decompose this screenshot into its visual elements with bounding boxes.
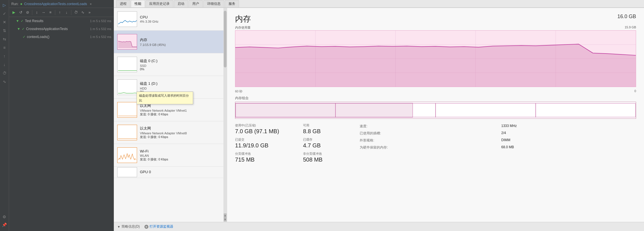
table-row[interactable]: ✓ contextLoads() 1 m 5 s 532 ms bbox=[9, 33, 114, 41]
pin-icon[interactable]: 📌 bbox=[1, 221, 8, 229]
list-item[interactable]: 磁盘 1 (D:) HDD 0% 磁盘处理读取或写入请求的时间百分比 bbox=[114, 76, 227, 99]
hw-value: 68.0 MB bbox=[501, 145, 514, 149]
table-row[interactable]: ▼ ✓ CrossdressApplicationTests 1 m 5 s 5… bbox=[9, 25, 114, 33]
summary-link[interactable]: ▼ 简略信息(D) bbox=[117, 224, 140, 229]
toolbar-sep-3 bbox=[71, 10, 71, 15]
resource-detail: 内存 16.0 GB 内存使用量 15.9 GB bbox=[227, 8, 644, 222]
gpu-info: GPU 0 bbox=[140, 170, 223, 175]
result-time: 1 m 5 s 532 ms bbox=[90, 27, 111, 31]
wifi-thumbnail bbox=[117, 147, 137, 163]
ide-panel: ▷ ✓ ✕ ⇅ ⇆ ≡ ↑ ↓ ⏱ ∿ ⚙ 📌 Run: ● Crossdres… bbox=[0, 0, 114, 231]
coverage-button[interactable]: ∿ bbox=[80, 9, 86, 16]
tab-services[interactable]: 服务 bbox=[225, 0, 239, 7]
detail-total: 16.0 GB bbox=[617, 14, 636, 20]
table-row[interactable]: ▼ ✓ Test Results 1 m 5 s 532 ms bbox=[9, 17, 114, 25]
run-close-button[interactable]: × bbox=[90, 2, 91, 6]
scrollbar-thumb[interactable] bbox=[224, 11, 227, 67]
settings-icon[interactable]: ⚙ bbox=[1, 213, 8, 221]
more-button[interactable]: » bbox=[86, 9, 93, 16]
tab-processes[interactable]: 进程 bbox=[116, 0, 130, 7]
folder-icon: ▼ bbox=[16, 19, 19, 23]
stat-right-speed-label: 速度: bbox=[360, 124, 494, 129]
group-button[interactable]: ≡ bbox=[47, 9, 54, 16]
sort-desc-button[interactable]: ↔ bbox=[40, 9, 47, 16]
timer-button[interactable]: ⏱ bbox=[73, 9, 79, 16]
down-nav-button[interactable]: ↓ bbox=[63, 9, 70, 16]
stat-value-nonpaged: 508 MB bbox=[303, 156, 354, 163]
scroll-down-arrow[interactable]: ▼ bbox=[224, 217, 227, 221]
rerun-button[interactable]: ↺ bbox=[18, 9, 24, 16]
close-icon[interactable]: ✕ bbox=[1, 18, 8, 26]
speed-value: 1333 MHz bbox=[501, 124, 517, 128]
gpu-name: GPU 0 bbox=[140, 170, 223, 174]
stat-label-paged: 分页缓冲池 bbox=[235, 152, 297, 156]
time-start: 60 秒 bbox=[235, 89, 242, 94]
list-item[interactable]: 以太网 VMware Network Adapter VMnet8 发送: 0 … bbox=[114, 121, 227, 144]
ram-info: 内存 7.1/15.9 GB (45%) bbox=[140, 37, 223, 46]
taskman-bottom-bar: ▼ 简略信息(D) ⊕ 打开资源监视器 bbox=[114, 222, 644, 231]
composition-label: 内存组合 bbox=[235, 96, 636, 101]
toolbar-sep-1 bbox=[32, 10, 32, 15]
check-icon[interactable]: ✓ bbox=[1, 10, 8, 18]
tab-details[interactable]: 详细信息 bbox=[203, 0, 224, 7]
eth2-sub: VMware Network Adapter VMnet8 bbox=[140, 132, 223, 135]
run-icon[interactable]: ▷ bbox=[1, 1, 8, 9]
wifi-info: Wi-Fi WLAN 发送: 0 接收: 0 Kbps bbox=[140, 149, 223, 162]
disk0-thumbnail bbox=[117, 57, 137, 72]
resource-list: CPU 4% 3.39 GHz 内存 7.1/15.9 GB (45%) bbox=[114, 8, 227, 222]
list-item[interactable]: 磁盘 0 (C:) SSD 0% bbox=[114, 53, 227, 76]
slots-label: 已使用的插槽: bbox=[360, 131, 381, 135]
disk0-val: 0% bbox=[140, 67, 223, 71]
task-manager-panel: 进程 性能 应用历史记录 启动 用户 详细信息 服务 CPU 4% 3.39 G… bbox=[114, 0, 644, 231]
run-test-name[interactable]: CrossdressApplicationTests.contextLoads bbox=[24, 2, 87, 6]
form-label: 外形规格: bbox=[360, 138, 374, 142]
down-icon[interactable]: ↓ bbox=[1, 61, 8, 69]
disk0-sub: SSD bbox=[140, 64, 223, 67]
time-end: 0 bbox=[634, 89, 636, 94]
list-icon[interactable]: ≡ bbox=[1, 44, 8, 52]
list-item[interactable]: 内存 7.1/15.9 GB (45%) bbox=[114, 31, 227, 53]
check-icon: ✓ bbox=[23, 35, 25, 39]
svg-marker-8 bbox=[235, 44, 636, 87]
side-icon-bar: ▷ ✓ ✕ ⇅ ⇆ ≡ ↑ ↓ ⏱ ∿ ⚙ 📌 bbox=[0, 0, 9, 231]
wave-icon[interactable]: ∿ bbox=[1, 78, 8, 86]
play-button[interactable]: ▶ bbox=[11, 9, 17, 16]
detail-title: 内存 bbox=[235, 14, 251, 24]
stat-right-form-val: DIMM bbox=[501, 138, 636, 143]
result-name: Test Results bbox=[25, 19, 90, 23]
stat-right-hw-val: 68.0 MB bbox=[501, 145, 636, 150]
swap-icon[interactable]: ⇆ bbox=[1, 35, 8, 43]
cpu-info: CPU 4% 3.39 GHz bbox=[140, 15, 223, 23]
tab-users[interactable]: 用户 bbox=[189, 0, 203, 7]
up-icon[interactable]: ↑ bbox=[1, 52, 8, 60]
eth1-thumbnail bbox=[117, 102, 137, 118]
detail-header: 内存 16.0 GB bbox=[235, 14, 636, 24]
timer-icon[interactable]: ⏱ bbox=[1, 69, 8, 77]
eth2-val: 发送: 0 接收: 0 Kbps bbox=[140, 135, 223, 139]
cpu-thumbnail bbox=[117, 11, 137, 27]
list-item[interactable]: GPU 0 bbox=[114, 167, 227, 178]
eth2-thumbnail bbox=[117, 125, 137, 140]
stat-value-used: 7.0 GB (97.1 MB) bbox=[235, 128, 297, 135]
list-item[interactable]: Wi-Fi WLAN 发送: 0 接收: 0 Kbps bbox=[114, 144, 227, 167]
tooltip-box: 磁盘处理读取或写入请求的时间百分比 bbox=[137, 92, 193, 104]
tab-history[interactable]: 应用历史记录 bbox=[146, 0, 173, 7]
wifi-sub: WLAN bbox=[140, 154, 223, 157]
disk0-name: 磁盘 0 (C:) bbox=[140, 58, 223, 63]
scroll-up-arrow[interactable]: ▲ bbox=[224, 213, 227, 217]
result-time: 1 m 5 s 532 ms bbox=[90, 35, 111, 39]
monitor-link[interactable]: ⊕ 打开资源监视器 bbox=[144, 224, 173, 229]
stat-label-avail: 可用 bbox=[303, 123, 354, 128]
sort-icon[interactable]: ⇅ bbox=[1, 27, 8, 35]
up-nav-button[interactable]: ↑ bbox=[57, 9, 63, 16]
sort-asc-button[interactable]: ↕ bbox=[34, 9, 40, 16]
stop-button[interactable]: ⊘ bbox=[24, 9, 31, 16]
stat-label-committed: 已提交 bbox=[235, 137, 297, 142]
stat-label-used: 使用中(已压缩) bbox=[235, 123, 297, 128]
tab-performance[interactable]: 性能 bbox=[131, 0, 145, 7]
list-scrollbar[interactable]: ▲ ▼ bbox=[223, 8, 227, 222]
tab-startup[interactable]: 启动 bbox=[174, 0, 188, 7]
disk1-thumbnail bbox=[117, 79, 137, 95]
taskman-tabs: 进程 性能 应用历史记录 启动 用户 详细信息 服务 bbox=[114, 0, 644, 8]
list-item[interactable]: CPU 4% 3.39 GHz bbox=[114, 8, 227, 31]
